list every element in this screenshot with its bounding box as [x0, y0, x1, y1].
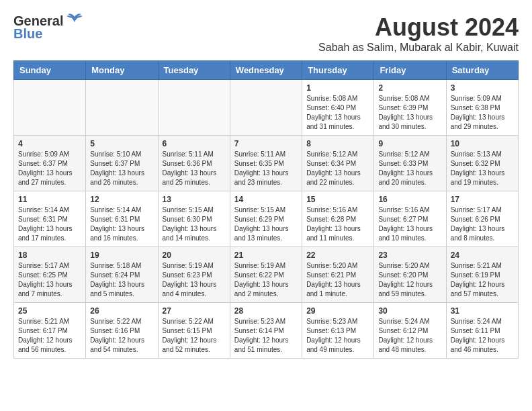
- weekday-header: Sunday: [14, 61, 86, 80]
- day-info: Sunrise: 5:12 AM Sunset: 6:33 PM Dayligh…: [378, 150, 441, 187]
- logo-bird-icon: [65, 13, 84, 28]
- day-number: 13: [163, 195, 226, 204]
- day-info: Sunrise: 5:15 AM Sunset: 6:29 PM Dayligh…: [234, 205, 298, 243]
- calendar-cell: 19Sunrise: 5:18 AM Sunset: 6:24 PM Dayli…: [86, 247, 158, 303]
- day-info: Sunrise: 5:22 AM Sunset: 6:16 PM Dayligh…: [90, 317, 153, 355]
- day-number: 9: [378, 139, 441, 148]
- calendar-cell: 6Sunrise: 5:11 AM Sunset: 6:36 PM Daylig…: [158, 136, 230, 191]
- day-info: Sunrise: 5:20 AM Sunset: 6:21 PM Dayligh…: [306, 261, 369, 299]
- day-info: Sunrise: 5:14 AM Sunset: 6:31 PM Dayligh…: [18, 205, 81, 243]
- day-info: Sunrise: 5:12 AM Sunset: 6:34 PM Dayligh…: [306, 150, 369, 187]
- day-number: 19: [90, 250, 153, 260]
- calendar-cell: 22Sunrise: 5:20 AM Sunset: 6:21 PM Dayli…: [302, 247, 374, 303]
- calendar-cell: 29Sunrise: 5:23 AM Sunset: 6:13 PM Dayli…: [302, 303, 374, 359]
- day-info: Sunrise: 5:18 AM Sunset: 6:24 PM Dayligh…: [90, 261, 153, 299]
- day-number: 29: [306, 306, 369, 316]
- day-number: 8: [306, 139, 369, 148]
- day-info: Sunrise: 5:21 AM Sunset: 6:17 PM Dayligh…: [18, 317, 81, 355]
- title-area: August 2024 Sabah as Salim, Mubarak al K…: [318, 13, 519, 54]
- subtitle: Sabah as Salim, Mubarak al Kabir, Kuwait: [318, 42, 519, 54]
- week-row: 1Sunrise: 5:08 AM Sunset: 6:40 PM Daylig…: [14, 80, 519, 136]
- calendar: SundayMondayTuesdayWednesdayThursdayFrid…: [13, 60, 519, 359]
- calendar-cell: 12Sunrise: 5:14 AM Sunset: 6:31 PM Dayli…: [86, 191, 158, 247]
- weekday-header: Thursday: [302, 61, 374, 80]
- logo: General Blue: [13, 13, 84, 42]
- day-info: Sunrise: 5:17 AM Sunset: 6:26 PM Dayligh…: [451, 205, 514, 243]
- calendar-cell: 23Sunrise: 5:20 AM Sunset: 6:20 PM Dayli…: [374, 247, 446, 303]
- calendar-cell: 9Sunrise: 5:12 AM Sunset: 6:33 PM Daylig…: [374, 136, 446, 191]
- day-info: Sunrise: 5:17 AM Sunset: 6:25 PM Dayligh…: [18, 261, 81, 299]
- day-number: 26: [90, 306, 153, 316]
- day-info: Sunrise: 5:10 AM Sunset: 6:37 PM Dayligh…: [90, 150, 153, 187]
- day-info: Sunrise: 5:08 AM Sunset: 6:39 PM Dayligh…: [378, 94, 441, 132]
- weekday-header: Monday: [86, 61, 158, 80]
- day-number: 17: [451, 195, 514, 204]
- day-number: 15: [306, 195, 369, 204]
- calendar-cell: 2Sunrise: 5:08 AM Sunset: 6:39 PM Daylig…: [374, 80, 446, 136]
- day-number: 20: [163, 250, 226, 260]
- calendar-cell: 26Sunrise: 5:22 AM Sunset: 6:16 PM Dayli…: [86, 303, 158, 359]
- calendar-cell: 1Sunrise: 5:08 AM Sunset: 6:40 PM Daylig…: [302, 80, 374, 136]
- day-info: Sunrise: 5:11 AM Sunset: 6:36 PM Dayligh…: [163, 150, 226, 187]
- calendar-cell: 15Sunrise: 5:16 AM Sunset: 6:28 PM Dayli…: [302, 191, 374, 247]
- calendar-cell: 17Sunrise: 5:17 AM Sunset: 6:26 PM Dayli…: [446, 191, 518, 247]
- calendar-cell: 16Sunrise: 5:16 AM Sunset: 6:27 PM Dayli…: [374, 191, 446, 247]
- day-number: 18: [18, 250, 81, 260]
- day-number: 4: [18, 139, 81, 148]
- day-number: 11: [18, 195, 81, 204]
- day-number: 7: [234, 139, 298, 148]
- calendar-cell: 5Sunrise: 5:10 AM Sunset: 6:37 PM Daylig…: [86, 136, 158, 191]
- calendar-cell: [14, 80, 86, 136]
- day-info: Sunrise: 5:23 AM Sunset: 6:14 PM Dayligh…: [234, 317, 298, 355]
- day-info: Sunrise: 5:08 AM Sunset: 6:40 PM Dayligh…: [306, 94, 369, 132]
- weekday-header: Wednesday: [230, 61, 302, 80]
- day-info: Sunrise: 5:09 AM Sunset: 6:37 PM Dayligh…: [18, 150, 81, 187]
- day-info: Sunrise: 5:20 AM Sunset: 6:20 PM Dayligh…: [378, 261, 441, 299]
- day-number: 14: [234, 195, 298, 204]
- header: General Blue August 2024 Sabah as Salim,…: [13, 13, 519, 54]
- day-number: 27: [163, 306, 226, 316]
- calendar-cell: 25Sunrise: 5:21 AM Sunset: 6:17 PM Dayli…: [14, 303, 86, 359]
- calendar-cell: 27Sunrise: 5:22 AM Sunset: 6:15 PM Dayli…: [158, 303, 230, 359]
- day-number: 3: [451, 83, 514, 93]
- calendar-cell: 7Sunrise: 5:11 AM Sunset: 6:35 PM Daylig…: [230, 136, 302, 191]
- calendar-cell: 28Sunrise: 5:23 AM Sunset: 6:14 PM Dayli…: [230, 303, 302, 359]
- calendar-cell: 24Sunrise: 5:21 AM Sunset: 6:19 PM Dayli…: [446, 247, 518, 303]
- day-number: 21: [234, 250, 298, 260]
- day-info: Sunrise: 5:24 AM Sunset: 6:11 PM Dayligh…: [451, 317, 514, 355]
- day-number: 10: [451, 139, 514, 148]
- calendar-cell: 21Sunrise: 5:19 AM Sunset: 6:22 PM Dayli…: [230, 247, 302, 303]
- calendar-cell: 31Sunrise: 5:24 AM Sunset: 6:11 PM Dayli…: [446, 303, 518, 359]
- day-info: Sunrise: 5:09 AM Sunset: 6:38 PM Dayligh…: [451, 94, 514, 132]
- logo-blue: Blue: [13, 26, 42, 42]
- week-row: 25Sunrise: 5:21 AM Sunset: 6:17 PM Dayli…: [14, 303, 519, 359]
- weekday-header: Saturday: [446, 61, 518, 80]
- weekday-header-row: SundayMondayTuesdayWednesdayThursdayFrid…: [14, 61, 519, 80]
- day-number: 24: [451, 250, 514, 260]
- day-info: Sunrise: 5:11 AM Sunset: 6:35 PM Dayligh…: [234, 150, 298, 187]
- day-number: 25: [18, 306, 81, 316]
- calendar-cell: 4Sunrise: 5:09 AM Sunset: 6:37 PM Daylig…: [14, 136, 86, 191]
- day-info: Sunrise: 5:15 AM Sunset: 6:30 PM Dayligh…: [163, 205, 226, 243]
- day-info: Sunrise: 5:16 AM Sunset: 6:27 PM Dayligh…: [378, 205, 441, 243]
- week-row: 4Sunrise: 5:09 AM Sunset: 6:37 PM Daylig…: [14, 136, 519, 191]
- calendar-cell: 20Sunrise: 5:19 AM Sunset: 6:23 PM Dayli…: [158, 247, 230, 303]
- week-row: 11Sunrise: 5:14 AM Sunset: 6:31 PM Dayli…: [14, 191, 519, 247]
- day-number: 6: [163, 139, 226, 148]
- calendar-cell: 18Sunrise: 5:17 AM Sunset: 6:25 PM Dayli…: [14, 247, 86, 303]
- day-info: Sunrise: 5:13 AM Sunset: 6:32 PM Dayligh…: [451, 150, 514, 187]
- day-number: 12: [90, 195, 153, 204]
- day-number: 23: [378, 250, 441, 260]
- month-title: August 2024: [318, 13, 519, 42]
- weekday-header: Tuesday: [158, 61, 230, 80]
- day-number: 5: [90, 139, 153, 148]
- day-number: 1: [306, 83, 369, 93]
- calendar-cell: [230, 80, 302, 136]
- calendar-cell: 13Sunrise: 5:15 AM Sunset: 6:30 PM Dayli…: [158, 191, 230, 247]
- calendar-cell: 14Sunrise: 5:15 AM Sunset: 6:29 PM Dayli…: [230, 191, 302, 247]
- day-number: 22: [306, 250, 369, 260]
- calendar-cell: 3Sunrise: 5:09 AM Sunset: 6:38 PM Daylig…: [446, 80, 518, 136]
- day-info: Sunrise: 5:19 AM Sunset: 6:22 PM Dayligh…: [234, 261, 298, 299]
- day-info: Sunrise: 5:16 AM Sunset: 6:28 PM Dayligh…: [306, 205, 369, 243]
- day-number: 16: [378, 195, 441, 204]
